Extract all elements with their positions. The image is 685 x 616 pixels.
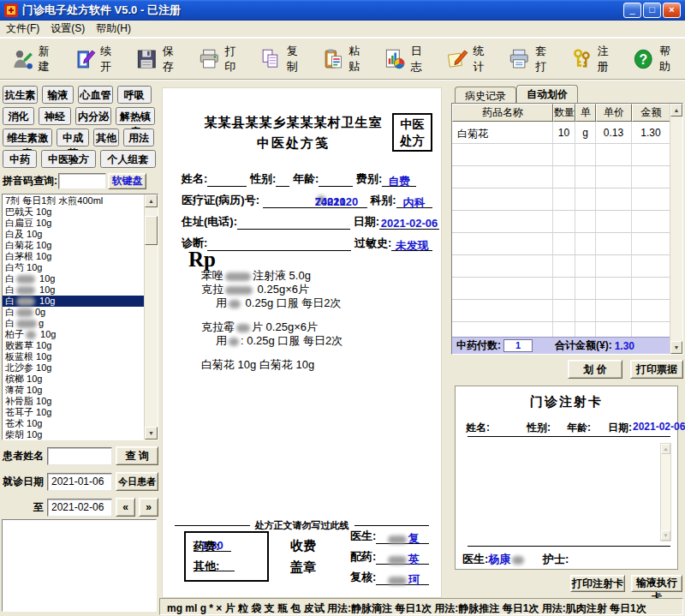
to-date-input[interactable] (47, 499, 112, 517)
medicine-item[interactable]: 巴戟天 10g (5, 206, 144, 218)
medicine-item[interactable]: 柏子 10g (5, 329, 144, 340)
record-number-value[interactable]: 202102074021 (263, 195, 367, 208)
toolbar-save-button[interactable]: 保存 (129, 41, 188, 77)
today-patients-button[interactable]: 今日患者 (116, 472, 158, 491)
medicine-item[interactable]: 白 10g (5, 284, 144, 296)
medicine-item[interactable]: 苍术 10g (5, 418, 144, 429)
table-row-empty[interactable] (452, 300, 670, 322)
table-row-empty[interactable] (452, 211, 670, 233)
pinyin-search-input[interactable] (58, 173, 106, 189)
category-4[interactable]: 消化 (3, 107, 34, 125)
column-header-0[interactable]: 药品名称 (452, 104, 553, 122)
column-header-1[interactable]: 数量 (553, 104, 575, 122)
calculate-price-button[interactable]: 划 价 (568, 360, 622, 379)
department-value[interactable]: 内科 (396, 195, 432, 208)
toolbar-form-print-button[interactable]: 套打 (502, 41, 561, 77)
print-receipt-button[interactable]: 打印票据 (630, 360, 683, 379)
menu-item-0[interactable]: 文件(F) (3, 20, 47, 38)
medicine-item[interactable]: 白 10g (5, 273, 144, 284)
medicine-item[interactable]: 白g (5, 318, 144, 329)
toolbar-paste-button[interactable]: 粘贴 (316, 41, 375, 77)
age-field[interactable] (319, 174, 353, 187)
medicine-item[interactable]: 白茅根 10g (5, 251, 144, 262)
column-header-3[interactable]: 单价 (596, 104, 632, 122)
category-3[interactable]: 呼吸 (117, 86, 152, 104)
medicine-item[interactable]: 柴胡 10g (5, 429, 144, 440)
category-14[interactable]: 个人组套 (100, 150, 156, 168)
medicine-item[interactable]: 板蓝根 10g (5, 351, 144, 362)
scroll-up-icon[interactable]: ▲ (661, 444, 670, 454)
rx-date-value[interactable]: 2021-02-06 (379, 217, 439, 230)
scroll-down-icon[interactable]: ▼ (670, 341, 682, 354)
toolbar-copy-button[interactable]: 复制 (253, 41, 313, 77)
medicine-item[interactable]: 薄荷 10g (5, 385, 144, 396)
maximize-button[interactable]: □ (643, 3, 661, 18)
category-2[interactable]: 心血管 (78, 86, 113, 104)
category-5[interactable]: 神经 (39, 107, 71, 125)
diagnosis-field[interactable] (207, 238, 351, 251)
scroll-down-icon[interactable]: ▼ (661, 530, 670, 541)
column-header-4[interactable]: 金额 (632, 104, 670, 122)
next-page-button[interactable]: » (139, 498, 158, 517)
table-row-empty[interactable] (452, 188, 670, 211)
sex-field[interactable] (276, 174, 289, 187)
infusion-exec-card-button[interactable]: 输液执行卡 (631, 575, 682, 592)
prev-page-button[interactable]: « (116, 498, 135, 517)
menu-item-1[interactable]: 设置(S) (47, 20, 92, 38)
fee-type-value[interactable]: 自费 (382, 174, 416, 187)
toolbar-print-button[interactable]: 打印 (192, 41, 251, 77)
table-row[interactable]: 白菊花10g0.131.30 (452, 122, 670, 144)
medicine-item[interactable]: 白菊花 10g (5, 240, 144, 251)
toolbar-continue-button[interactable]: 续开 (68, 41, 127, 77)
category-7[interactable]: 解热镇痛 (116, 107, 155, 125)
visit-date-input[interactable] (47, 473, 112, 491)
tab-auto-pricing[interactable]: 自动划价 (516, 85, 578, 103)
medicine-item[interactable]: 白芍 10g (5, 262, 144, 273)
medicine-item[interactable]: 苍耳子 10g (5, 407, 144, 418)
soft-keyboard-button[interactable]: 软键盘 (108, 173, 146, 189)
scroll-track[interactable] (145, 207, 158, 427)
category-0[interactable]: 抗生素 (3, 86, 38, 104)
scroll-up-icon[interactable]: ▲ (670, 104, 682, 117)
medicine-item[interactable]: 白及 10g (5, 229, 144, 240)
category-11[interactable]: 用法 (123, 129, 154, 147)
table-row-empty[interactable] (452, 255, 670, 278)
category-1[interactable]: 输液 (42, 86, 74, 104)
patient-name-input[interactable] (47, 447, 112, 465)
column-header-2[interactable]: 单位 (575, 104, 596, 122)
medicine-item[interactable]: 北沙参 10g (5, 362, 144, 374)
table-row-empty[interactable] (452, 144, 670, 166)
medicine-item[interactable]: 补骨脂 10g (5, 396, 144, 407)
medicine-item[interactable]: 败酱草 10g (5, 340, 144, 351)
category-13[interactable]: 中医验方 (41, 150, 96, 168)
toolbar-register-button[interactable]: 注册 (564, 41, 623, 77)
table-row-empty[interactable] (452, 278, 670, 300)
toolbar-new-button[interactable]: 新建 (5, 41, 64, 77)
medicine-item[interactable]: 7剂 每日1剂 水煎400ml (5, 195, 144, 206)
status-bar[interactable]: mg ml g * × 片 粒 袋 支 瓶 包 皮试 用法:静脉滴注 每日1次 … (159, 598, 683, 615)
tab-history[interactable]: 病史记录 (455, 87, 516, 103)
minimize-button[interactable]: _ (623, 3, 641, 18)
category-9[interactable]: 中成药 (57, 129, 89, 147)
category-12[interactable]: 中药 (3, 150, 37, 168)
toolbar-log-button[interactable]: 日志 (378, 41, 437, 77)
scroll-thumb[interactable] (145, 216, 158, 245)
toolbar-help-button[interactable]: 帮助 (626, 41, 685, 77)
scroll-up-icon[interactable]: ▲ (145, 194, 158, 207)
close-button[interactable]: × (663, 3, 681, 18)
name-field[interactable] (207, 174, 247, 187)
menu-item-2[interactable]: 帮助(H) (92, 20, 139, 38)
scroll-down-icon[interactable]: ▼ (145, 427, 158, 440)
category-10[interactable]: 其他 (93, 129, 119, 147)
table-row-empty[interactable] (452, 233, 670, 255)
scroll-track[interactable] (670, 117, 682, 341)
category-8[interactable]: 维生素激素 (3, 129, 52, 147)
medicine-item[interactable]: 白0g (5, 307, 144, 318)
medicine-item[interactable]: 白 10g (3, 296, 144, 307)
print-injection-card-button[interactable]: 打印注射卡 (570, 575, 625, 592)
toolbar-stats-button[interactable]: 统计 (440, 41, 499, 77)
patient-result-list[interactable] (2, 519, 157, 612)
allergy-value[interactable]: 未发现 (391, 238, 432, 251)
medicine-item[interactable]: 白扁豆 10g (5, 218, 144, 229)
category-6[interactable]: 内分泌 (75, 107, 111, 125)
